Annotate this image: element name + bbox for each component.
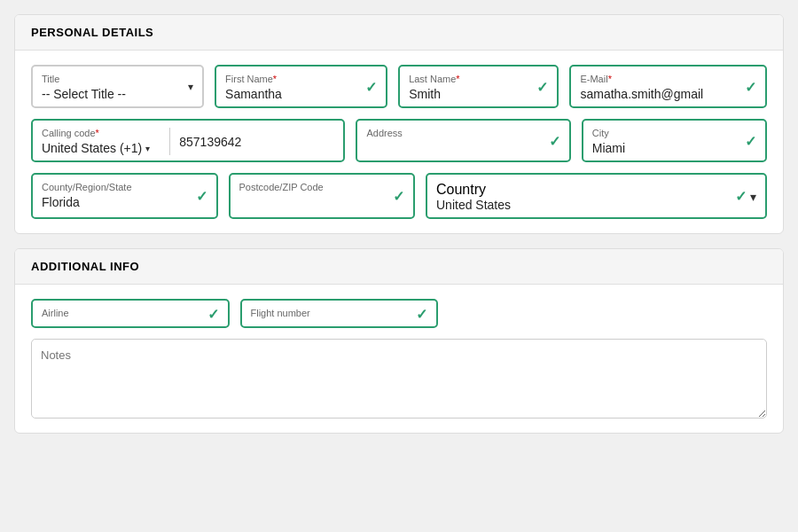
address-check-icon: ✓ [549,132,560,149]
additional-info-section: ADDITIONAL INFO Airline ✓ Flight number … [14,248,784,434]
email-label: E-Mail* [580,74,739,84]
first-name-label: First Name* [225,74,359,84]
phone-number-value: 857139642 [179,135,334,149]
title-dropdown-icon[interactable]: ▾ [188,81,193,93]
first-name-check-icon: ✓ [365,78,377,95]
country-dropdown-icon[interactable]: ▾ [750,189,756,203]
first-name-value: Samantha [225,87,359,101]
form-row-3: County/Region/State Florida ✓ Postcode/Z… [31,173,767,219]
additional-info-header: ADDITIONAL INFO [15,249,783,285]
country-label: Country [436,182,486,198]
address-label: Address [366,128,542,138]
title-label: Title [42,74,176,84]
calling-code-label: Calling code* [42,128,150,138]
city-label: City [592,128,739,138]
personal-details-body: Title -- Select Title -- ▾ First Name* S… [15,51,783,233]
county-value: Florida [42,195,190,209]
additional-info-body: Airline ✓ Flight number ✓ [15,285,783,433]
first-name-field[interactable]: First Name* Samantha ✓ [215,65,387,108]
additional-form-row-1: Airline ✓ Flight number ✓ [31,299,767,328]
notes-textarea[interactable] [31,339,767,419]
last-name-label: Last Name* [409,74,530,84]
last-name-check-icon: ✓ [536,78,548,95]
county-label: County/Region/State [42,182,190,192]
city-field[interactable]: City Miami ✓ [582,119,767,162]
form-row-2: Calling code* United States (+1) ▾ 85713… [31,119,767,162]
flight-number-label: Flight number [251,308,411,318]
country-check-icon: ✓ [735,188,747,205]
airline-check-icon: ✓ [207,305,219,322]
personal-details-section: PERSONAL DETAILS Title -- Select Title -… [14,14,784,234]
calling-code-divider [169,128,170,155]
airline-label: Airline [42,308,201,318]
flight-number-field[interactable]: Flight number ✓ [240,299,439,328]
country-value: United States [436,198,511,212]
title-value: -- Select Title -- [42,87,176,101]
email-field[interactable]: E-Mail* samatha.smith@gmail ✓ [569,65,767,108]
last-name-value: Smith [409,87,530,101]
postcode-field[interactable]: Postcode/ZIP Code ✓ [229,173,416,219]
country-field[interactable]: Country United States ✓ ▾ [426,173,767,219]
county-check-icon: ✓ [196,188,207,205]
email-check-icon: ✓ [745,78,756,95]
calling-code-dropdown-icon[interactable]: ▾ [145,144,150,153]
title-field[interactable]: Title -- Select Title -- ▾ [31,65,204,108]
airline-field[interactable]: Airline ✓ [31,299,230,328]
flight-number-check-icon: ✓ [416,305,427,322]
calling-code-select[interactable]: United States (+1) ▾ [42,141,150,155]
city-check-icon: ✓ [745,132,756,149]
personal-details-header: PERSONAL DETAILS [15,15,783,51]
additional-row-spacer [449,299,767,328]
city-value: Miami [592,141,739,155]
last-name-field[interactable]: Last Name* Smith ✓ [398,65,559,108]
email-value: samatha.smith@gmail [580,87,739,101]
calling-code-field[interactable]: Calling code* United States (+1) ▾ 85713… [31,119,345,162]
form-row-1: Title -- Select Title -- ▾ First Name* S… [31,65,767,108]
calling-code-value: United States (+1) [42,141,142,155]
country-icons: ✓ ▾ [735,188,756,205]
notes-row [31,339,767,419]
calling-code-left: Calling code* United States (+1) ▾ [42,128,160,155]
address-field[interactable]: Address ✓ [356,119,570,162]
county-field[interactable]: County/Region/State Florida ✓ [31,173,218,219]
postcode-check-icon: ✓ [393,188,404,205]
postcode-label: Postcode/ZIP Code [239,182,387,192]
